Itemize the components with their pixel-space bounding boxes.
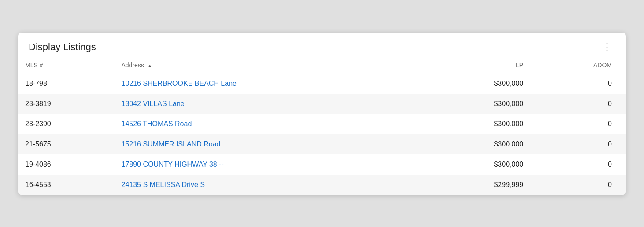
cell-adom: 0	[530, 154, 626, 175]
cell-lp: $300,000	[426, 114, 530, 134]
table-header: MLS # Address ▲ LP ADOM	[18, 57, 626, 73]
table-row: 21-567515216 SUMMER ISLAND Road$300,0000	[18, 134, 626, 154]
cell-lp: $300,000	[426, 134, 530, 154]
table-row: 19-408617890 COUNTY HIGHWAY 38 --$300,00…	[18, 154, 626, 175]
cell-mls: 23-2390	[18, 114, 115, 134]
cell-address[interactable]: 17890 COUNTY HIGHWAY 38 --	[115, 154, 426, 175]
col-header-address[interactable]: Address ▲	[115, 57, 426, 73]
col-lp-label: LP	[516, 62, 523, 69]
cell-adom: 0	[530, 114, 626, 134]
cell-lp: $300,000	[426, 73, 530, 94]
card-title: Display Listings	[29, 41, 96, 53]
cell-mls: 19-4086	[18, 154, 115, 175]
cell-mls: 18-798	[18, 73, 115, 94]
col-header-adom: ADOM	[530, 57, 626, 73]
more-options-icon[interactable]: ⋮	[600, 41, 615, 53]
listings-table: MLS # Address ▲ LP ADOM 18-79810216 SHER…	[18, 57, 626, 195]
cell-address[interactable]: 24135 S MELISSA Drive S	[115, 175, 426, 195]
col-adom-label: ADOM	[593, 62, 612, 69]
cell-address[interactable]: 13042 VILLAS Lane	[115, 94, 426, 114]
cell-mls: 23-3819	[18, 94, 115, 114]
card-header: Display Listings ⋮	[18, 33, 626, 57]
cell-lp: $300,000	[426, 94, 530, 114]
cell-lp: $300,000	[426, 154, 530, 175]
col-header-mls[interactable]: MLS #	[18, 57, 115, 73]
header-row: MLS # Address ▲ LP ADOM	[18, 57, 626, 73]
table-row: 23-381913042 VILLAS Lane$300,0000	[18, 94, 626, 114]
cell-adom: 0	[530, 134, 626, 154]
cell-mls: 16-4553	[18, 175, 115, 195]
table-row: 16-455324135 S MELISSA Drive S$299,9990	[18, 175, 626, 195]
col-header-lp[interactable]: LP	[426, 57, 530, 73]
table-row: 18-79810216 SHERBROOKE BEACH Lane$300,00…	[18, 73, 626, 94]
sort-arrow-icon: ▲	[148, 63, 152, 68]
cell-mls: 21-5675	[18, 134, 115, 154]
table-body: 18-79810216 SHERBROOKE BEACH Lane$300,00…	[18, 73, 626, 195]
cell-adom: 0	[530, 175, 626, 195]
cell-lp: $299,999	[426, 175, 530, 195]
display-listings-card: Display Listings ⋮ MLS # Address ▲ LP	[18, 33, 626, 195]
table-scroll-area[interactable]: MLS # Address ▲ LP ADOM 18-79810216 SHER…	[18, 57, 626, 195]
cell-address[interactable]: 10216 SHERBROOKE BEACH Lane	[115, 73, 426, 94]
cell-address[interactable]: 14526 THOMAS Road	[115, 114, 426, 134]
cell-adom: 0	[530, 94, 626, 114]
table-row: 23-239014526 THOMAS Road$300,0000	[18, 114, 626, 134]
col-mls-label: MLS #	[25, 62, 43, 69]
cell-address[interactable]: 15216 SUMMER ISLAND Road	[115, 134, 426, 154]
col-address-label: Address	[122, 62, 144, 69]
cell-adom: 0	[530, 73, 626, 94]
